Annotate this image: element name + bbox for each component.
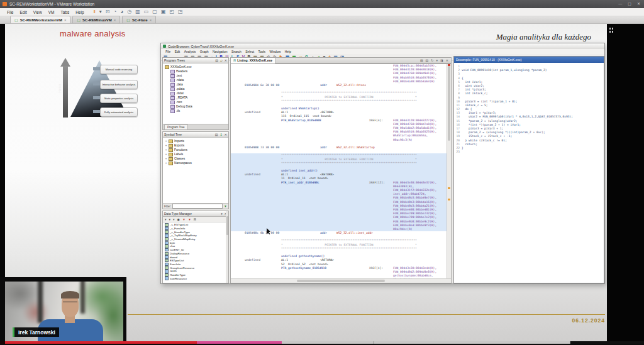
tree-node[interactable]: _RDATA: [170, 96, 228, 100]
tree-node[interactable]: .data: [170, 82, 228, 87]
maximize-button[interactable]: ▢: [628, 1, 631, 8]
vmware-toolbar-icon[interactable]: ▭: [144, 8, 149, 16]
tree-root[interactable]: XXXfoGmK.exe: [165, 65, 228, 69]
vmware-titlebar[interactable]: SC-REMWorkstationVM - VMware Workstation…: [0, 0, 644, 8]
ghidra-menu-item[interactable]: File: [164, 50, 172, 53]
menu-item[interactable]: Tabs: [57, 10, 72, 14]
dtm-toolbar-icon[interactable]: ▾: [169, 217, 171, 221]
listing-tab[interactable]: ⊟ Listing: XXXfoGmK.exe: [231, 58, 275, 63]
vmware-toolbar-icon[interactable]: ▣: [161, 8, 166, 16]
listing-toolbar-icon[interactable]: ▧: [420, 58, 423, 62]
ghidra-menu-item[interactable]: Help: [282, 50, 293, 53]
vmware-toolbar-icon[interactable]: ◰: [169, 8, 174, 16]
up-icon[interactable]: ↥: [220, 133, 223, 136]
symbol-category[interactable]: + Classes: [165, 156, 228, 161]
ghidra-menu-item[interactable]: Window: [267, 50, 282, 53]
listing-toolbar-icon[interactable]: ◨: [440, 58, 443, 62]
panel-list-icon[interactable]: ▤: [215, 133, 218, 136]
symbol-category[interactable]: + Labels: [165, 152, 228, 156]
expand-icon[interactable]: +: [165, 162, 167, 165]
expand-icon[interactable]: +: [165, 153, 167, 156]
vmware-toolbar-icon[interactable]: ◔: [114, 8, 117, 16]
panel-list-icon[interactable]: ▤: [215, 58, 218, 62]
close-button[interactable]: ✕: [637, 1, 640, 8]
expand-icon[interactable]: +: [165, 148, 167, 151]
scroll-thumb[interactable]: [226, 216, 228, 235]
vm-tab[interactable]: ▢ SC-Flare ×: [122, 16, 156, 23]
vm-tab-close-icon[interactable]: ×: [114, 18, 116, 22]
scroll-thumb[interactable]: [448, 65, 450, 141]
scroll-thumb[interactable]: [297, 280, 385, 282]
listing-view[interactable]: FUN_00443cac:00443ab3(R), FUN_00443120:0…: [230, 63, 452, 283]
vm-tab[interactable]: ▢ SC-REMWorkstationVM ×: [10, 16, 70, 23]
program-trees-header[interactable]: Program Trees ▤ ▱ ✕: [163, 58, 228, 63]
vmware-toolbar-icon[interactable]: ▢: [152, 8, 157, 16]
listing-toolbar-icon[interactable]: ✕: [446, 58, 448, 62]
expand-icon[interactable]: +: [165, 144, 167, 147]
expand-icon[interactable]: +: [165, 140, 167, 143]
dtm-toolbar-icon[interactable]: ▾: [173, 217, 175, 221]
tree-node[interactable]: .didat: [170, 91, 228, 96]
menu-item[interactable]: File: [4, 10, 16, 14]
symbol-category[interactable]: + Exports: [165, 143, 228, 148]
vmware-toolbar-icon[interactable]: ⊡: [106, 8, 110, 16]
vmware-toolbar-icon[interactable]: ◷: [127, 8, 131, 16]
ghidra-menu-item[interactable]: Graph: [197, 50, 210, 53]
tree-node[interactable]: .tls: [170, 109, 228, 113]
menu-item[interactable]: Help: [72, 10, 87, 14]
vmware-toolbar-icon[interactable]: ◳: [178, 8, 183, 16]
dtm-toolbar-icon[interactable]: ▼: [182, 217, 186, 221]
vmware-toolbar-icon[interactable]: ‖: [94, 8, 96, 16]
vmware-toolbar-icon[interactable]: ▥: [135, 8, 140, 16]
ghidra-menu-item[interactable]: Navigation: [211, 50, 230, 53]
folder-icon[interactable]: ▱: [220, 58, 223, 62]
dropdown-icon[interactable]: ▾: [221, 212, 223, 216]
ghidra-menu-item[interactable]: Edit: [172, 50, 182, 53]
ghidra-titlebar[interactable]: CodeBrowser: CyberTrust/:XXXfoGmK.exe: [161, 43, 604, 49]
symbol-category[interactable]: + Namespaces: [165, 161, 228, 165]
symbol-category[interactable]: + Imports: [165, 139, 228, 143]
dtm-toolbar-icon[interactable]: ▼: [188, 217, 191, 221]
dtm-scrollbar[interactable]: [226, 211, 228, 283]
vm-tab-close-icon[interactable]: ×: [150, 18, 152, 22]
menu-item[interactable]: VM: [45, 10, 58, 14]
ghidra-menu-item[interactable]: Search: [230, 50, 243, 53]
listing-hscrollbar[interactable]: [231, 278, 451, 283]
listing-toolbar-icon[interactable]: ▤: [426, 58, 429, 62]
menu-item[interactable]: View: [30, 10, 45, 14]
listing-toolbar-icon[interactable]: ▾: [436, 58, 438, 62]
ghidra-menu-item[interactable]: Tools: [256, 50, 267, 53]
menu-item[interactable]: Edit: [16, 10, 30, 14]
program-tree-tab[interactable]: Program Tree: [164, 124, 188, 129]
tree-node[interactable]: Headers: [170, 69, 228, 74]
ghidra-codebrowser-window[interactable]: CodeBrowser: CyberTrust/:XXXfoGmK.exe Fi…: [160, 43, 605, 284]
tree-node[interactable]: Debug Data: [170, 104, 228, 109]
ghidra-menu-item[interactable]: Select: [243, 50, 256, 53]
symbol-tree-header[interactable]: Symbol Tree ▤ ↥ ✕: [163, 132, 228, 138]
tree-node[interactable]: .text: [170, 74, 228, 78]
vm-tab[interactable]: ▢ SC-REMlinuxVM ×: [72, 16, 120, 23]
expand-icon[interactable]: +: [165, 157, 167, 160]
vm-tab-close-icon[interactable]: ×: [64, 18, 67, 22]
close-panel-icon[interactable]: ✕: [225, 133, 227, 136]
ghidra-menu-item[interactable]: Analysis: [182, 50, 197, 53]
dtm-toolbar-icon[interactable]: ⊟: [194, 217, 196, 221]
code-line[interactable]: 23: [454, 150, 604, 154]
dtm-toolbar-icon[interactable]: ▾: [165, 217, 167, 221]
decompiler-header[interactable]: Decompile: FUN_00991410 - (XXXfoGmK.exe): [454, 57, 604, 63]
filter-funnel-icon[interactable]: ▼: [224, 204, 227, 208]
symbol-category[interactable]: + Functions: [165, 148, 228, 152]
tree-node[interactable]: .rdata: [170, 78, 228, 82]
filter-input[interactable]: [172, 204, 223, 209]
tree-node[interactable]: .pdata: [170, 87, 228, 91]
data-type-row[interactable]: IconResource: [165, 277, 228, 280]
vmware-toolbar-icon[interactable]: ◕: [120, 8, 123, 16]
dtm-header[interactable]: Data Type Manager ▾ ✕: [163, 211, 228, 217]
close-panel-icon[interactable]: ✕: [225, 58, 227, 62]
minimize-button[interactable]: —: [618, 1, 622, 8]
vmware-toolbar-icon[interactable]: ▾: [99, 8, 102, 16]
listing-scrollbar[interactable]: [447, 64, 451, 283]
listing-toolbar-icon[interactable]: ↻: [431, 58, 433, 62]
dtm-toolbar-icon[interactable]: ◉: [177, 217, 180, 221]
tree-node[interactable]: .rsrc: [170, 100, 228, 104]
